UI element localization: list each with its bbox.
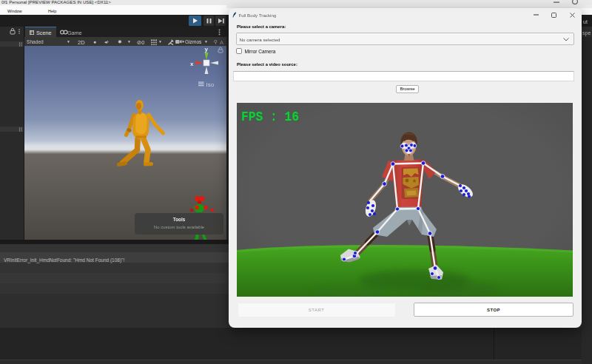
svg-text:x: x [190,61,194,67]
svg-text:ut: ut [583,19,588,24]
svg-text:y: y [205,46,209,53]
svg-text:FPS : 16: FPS : 16 [241,108,299,124]
svg-text:Tools: Tools [173,217,186,222]
svg-text:No custom tools available: No custom tools available [154,225,205,229]
svg-text:spe: spe [582,30,591,36]
svg-text:Iso: Iso [206,81,215,88]
